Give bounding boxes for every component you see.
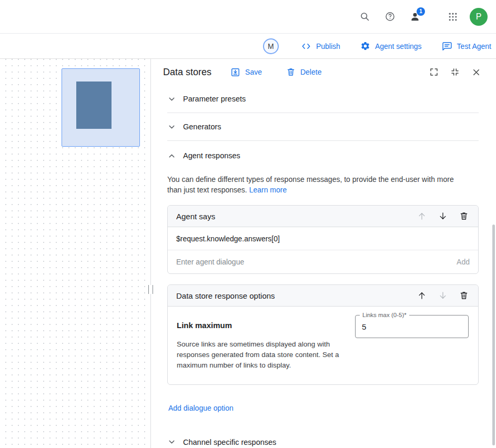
section-channel-specific-responses[interactable]: Channel specific responses bbox=[167, 427, 479, 448]
exit-fullscreen-button[interactable] bbox=[446, 63, 464, 82]
chevron-down-icon bbox=[167, 437, 176, 446]
description-text: You can define different types of respon… bbox=[167, 175, 454, 194]
publish-label: Publish bbox=[316, 42, 340, 50]
arrow-up-icon bbox=[417, 211, 427, 221]
card-actions bbox=[410, 287, 473, 304]
link-maximum-section: Link maximum Source links are sometimes … bbox=[177, 313, 355, 371]
notification-badge: 1 bbox=[417, 7, 425, 16]
gear-icon bbox=[360, 41, 370, 51]
links-max-field: Links max (0-5)* bbox=[355, 315, 469, 338]
delete-label: Delete bbox=[300, 68, 321, 76]
trash-icon bbox=[459, 291, 469, 300]
user-avatar[interactable]: P bbox=[470, 8, 488, 26]
test-agent-label: Test Agent bbox=[457, 42, 491, 50]
close-panel-button[interactable] bbox=[467, 63, 485, 82]
agent-settings-button[interactable]: Agent settings bbox=[360, 41, 422, 51]
panel-header: Data stores Save Delete bbox=[151, 59, 496, 85]
panel-title: Data stores bbox=[163, 67, 211, 78]
app-window: 1 P M Publish Agent settings Tes bbox=[0, 0, 496, 448]
learn-more-link[interactable]: Learn more bbox=[249, 186, 287, 194]
notifications-button[interactable]: 1 bbox=[404, 6, 426, 27]
flow-canvas[interactable] bbox=[0, 59, 151, 448]
agent-says-card-header: Agent says bbox=[168, 206, 478, 227]
flow-node[interactable] bbox=[62, 68, 140, 147]
agent-dialogue-input-row: Add bbox=[168, 250, 478, 273]
agent-settings-label: Agent settings bbox=[375, 42, 422, 50]
card-title: Data store response options bbox=[176, 291, 275, 300]
apps-grid-icon bbox=[448, 12, 458, 22]
arrow-down-icon bbox=[438, 211, 448, 221]
publish-button[interactable]: Publish bbox=[301, 41, 340, 52]
data-stores-panel: Data stores Save Delete bbox=[151, 59, 496, 448]
data-store-card-header: Data store response options bbox=[168, 285, 478, 307]
scrollbar-thumb[interactable] bbox=[492, 225, 495, 445]
fullscreen-icon bbox=[429, 67, 439, 77]
section-agent-responses[interactable]: Agent responses bbox=[167, 141, 479, 170]
panel-resize-handle[interactable] bbox=[148, 285, 153, 294]
fullscreen-exit-icon bbox=[450, 67, 460, 77]
arrow-down-icon bbox=[438, 291, 448, 300]
help-button[interactable] bbox=[379, 6, 400, 27]
flow-node-preview bbox=[76, 82, 112, 129]
section-parameter-presets[interactable]: Parameter presets bbox=[167, 85, 479, 113]
panel-body: Parameter presets Generators Agent respo… bbox=[151, 85, 496, 448]
link-maximum-title: Link maximum bbox=[177, 321, 339, 330]
move-up-button[interactable] bbox=[413, 207, 431, 225]
section-label: Channel specific responses bbox=[183, 438, 276, 446]
main-area: Data stores Save Delete bbox=[0, 59, 496, 448]
chevron-down-icon bbox=[167, 95, 176, 104]
trash-icon bbox=[286, 67, 296, 77]
add-button[interactable]: Add bbox=[457, 258, 470, 266]
chevron-down-icon bbox=[167, 123, 176, 131]
chevron-up-icon bbox=[167, 151, 176, 160]
move-down-button[interactable] bbox=[434, 287, 452, 304]
agent-responses-description: You can define different types of respon… bbox=[167, 174, 468, 195]
card-title: Agent says bbox=[176, 212, 215, 221]
delete-card-button[interactable] bbox=[455, 287, 473, 304]
apps-grid-button[interactable] bbox=[442, 6, 463, 27]
links-max-input[interactable] bbox=[355, 315, 469, 338]
agent-dialogue-input[interactable] bbox=[176, 258, 450, 266]
delete-button[interactable]: Delete bbox=[286, 67, 321, 77]
section-generators[interactable]: Generators bbox=[167, 113, 479, 141]
agent-toolbar: M Publish Agent settings Test Agent bbox=[0, 34, 496, 59]
close-icon bbox=[471, 67, 481, 77]
topbar: 1 P bbox=[0, 0, 496, 34]
search-icon bbox=[359, 11, 370, 22]
test-agent-button[interactable]: Test Agent bbox=[442, 41, 491, 52]
search-button[interactable] bbox=[354, 6, 375, 27]
links-max-field-label: Links max (0-5)* bbox=[360, 312, 409, 318]
save-icon bbox=[230, 67, 240, 77]
move-down-button[interactable] bbox=[434, 207, 452, 225]
chat-icon bbox=[442, 41, 452, 52]
save-label: Save bbox=[245, 68, 262, 76]
fullscreen-button[interactable] bbox=[424, 63, 443, 82]
section-label: Generators bbox=[183, 123, 221, 131]
trash-icon bbox=[459, 211, 469, 221]
card-actions bbox=[410, 207, 473, 225]
flow-version-avatar[interactable]: M bbox=[263, 38, 279, 54]
add-dialogue-option-link[interactable]: Add dialogue option bbox=[168, 404, 234, 412]
delete-card-button[interactable] bbox=[455, 207, 473, 225]
link-maximum-description: Source links are sometimes displayed alo… bbox=[177, 339, 339, 371]
section-label: Agent responses bbox=[183, 151, 240, 160]
section-label: Parameter presets bbox=[183, 95, 246, 103]
move-up-button[interactable] bbox=[413, 287, 431, 304]
data-store-options-card: Data store response options bbox=[167, 284, 479, 385]
agent-says-entry[interactable]: $request.knowledge.answers[0] bbox=[168, 227, 478, 250]
save-button[interactable]: Save bbox=[230, 67, 262, 77]
agent-says-card: Agent says bbox=[167, 205, 479, 274]
help-icon bbox=[384, 11, 396, 22]
arrow-up-icon bbox=[417, 291, 427, 300]
code-icon bbox=[301, 41, 311, 52]
data-store-card-body: Link maximum Source links are sometimes … bbox=[168, 307, 478, 384]
